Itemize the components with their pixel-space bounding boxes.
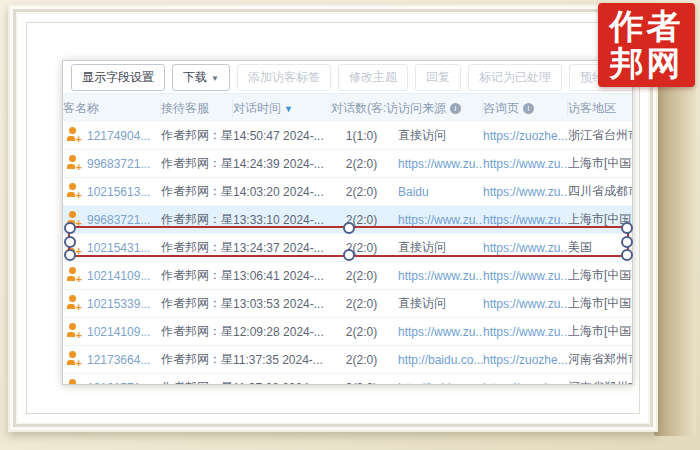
table-row[interactable]: 13101571...作者邦网：星阁11:37:29 2024-...3(3:0…	[63, 374, 632, 385]
table-row[interactable]: 10215339...作者邦网：星阁13:03:53 2024-...2(2:0…	[63, 290, 632, 318]
person-add-icon[interactable]	[66, 154, 82, 170]
cell-agent: 作者邦网：星阁	[161, 127, 233, 144]
cell-visitor-id[interactable]: 10215339...	[87, 297, 161, 311]
person-body-shape	[67, 136, 75, 141]
avatar-cell	[63, 182, 87, 201]
cell-page-link[interactable]: https://zuozhe...	[483, 381, 568, 386]
cell-page-link[interactable]: https://zuozhe...	[483, 129, 568, 143]
cell-source: 直接访问	[398, 127, 483, 144]
table-row[interactable]: 10214109...作者邦网：星阁12:09:28 2024-...2(2:0…	[63, 318, 632, 346]
cell-agent: 作者邦网：星阁	[161, 267, 233, 284]
toolbar-button-标记为已处理[interactable]: 标记为已处理	[468, 64, 562, 91]
person-body-shape	[67, 332, 75, 337]
avatar-cell	[63, 154, 87, 173]
cell-count: 2(2:0)	[331, 157, 398, 171]
person-add-icon[interactable]	[66, 378, 82, 385]
cell-visitor-id[interactable]: 12174904...	[87, 129, 161, 143]
toolbar-button-显示字段设置[interactable]: 显示字段设置	[71, 64, 165, 91]
toolbar: 显示字段设置下载▼添加访客标签修改主题回复标记为已处理预约回访删除	[63, 61, 632, 94]
person-add-icon[interactable]	[66, 350, 82, 366]
table-row[interactable]: 12173664...作者邦网：星阁11:37:35 2024-...2(2:0…	[63, 346, 632, 374]
cell-source[interactable]: http://baidu.co...	[398, 381, 483, 386]
person-body-shape	[67, 276, 75, 281]
cell-time: 12:09:28 2024-...	[233, 325, 331, 339]
cell-region: 上海市[中国电信	[568, 267, 632, 284]
table-header-row: 访客名称接待客服对话时间▼对话数(客:访)访问来源i咨询页i访客地区	[63, 94, 632, 122]
table-row[interactable]: 12174904...作者邦网：星阁14:50:47 2024-...1(1:0…	[63, 122, 632, 150]
cell-visitor-id[interactable]: 10214109...	[87, 325, 161, 339]
cell-region: 河南省郑州市[中国	[568, 351, 632, 368]
annotation-resize-handle[interactable]	[64, 249, 76, 261]
toolbar-button-修改主题[interactable]: 修改主题	[338, 64, 408, 91]
cell-page-link[interactable]: https://www.zu...	[483, 185, 568, 199]
table-row[interactable]: 99683721...作者邦网：星阁14:24:39 2024-...2(2:0…	[63, 150, 632, 178]
cell-count: 2(2:0)	[331, 353, 398, 367]
cell-visitor-id[interactable]: 10215613...	[87, 185, 161, 199]
cell-agent: 作者邦网：星阁	[161, 295, 233, 312]
cell-agent: 作者邦网：星阁	[161, 323, 233, 340]
cell-page-link[interactable]: https://www.zu...	[483, 157, 568, 171]
person-add-icon[interactable]	[66, 322, 82, 338]
cell-count: 1(1:0)	[331, 129, 398, 143]
logo-line-1: 作者	[610, 8, 684, 45]
logo-line-2: 邦网	[610, 45, 684, 82]
column-header-page: 咨询页i	[483, 99, 568, 117]
table-row[interactable]: 10214109...作者邦网：星阁13:06:41 2024-...2(2:0…	[63, 262, 632, 290]
cell-count: 2(2:0)	[331, 297, 398, 311]
avatar-cell	[63, 126, 87, 145]
cell-source[interactable]: http://baidu.co...	[398, 353, 483, 367]
cell-visitor-id[interactable]: 99683721...	[87, 213, 161, 227]
annotation-resize-handle[interactable]	[64, 222, 76, 234]
avatar-cell	[63, 322, 87, 341]
person-add-icon[interactable]	[66, 294, 82, 310]
cell-page-link[interactable]: https://www.zu...	[483, 325, 568, 339]
cell-source[interactable]: Baidu	[398, 185, 483, 199]
cell-source[interactable]: https://www.zu...	[398, 213, 483, 227]
annotation-resize-handle[interactable]	[343, 222, 355, 234]
column-header-agent: 接待客服	[161, 99, 233, 117]
column-header-visitor-name: 访客名称	[63, 99, 161, 117]
column-header-region: 访客地区	[568, 99, 632, 117]
table-row[interactable]: 10215613...作者邦网：星阁14:03:20 2024-...2(2:0…	[63, 178, 632, 206]
avatar-cell	[63, 350, 87, 369]
person-add-icon[interactable]	[66, 126, 82, 142]
cell-time: 14:03:20 2024-...	[233, 185, 331, 199]
toolbar-button-下载[interactable]: 下载▼	[172, 64, 230, 91]
cell-visitor-id[interactable]: 99683721...	[87, 157, 161, 171]
cell-agent: 作者邦网：星阁	[161, 379, 233, 385]
column-header-time-sortable[interactable]: 对话时间▼	[233, 99, 331, 117]
annotation-resize-handle[interactable]	[621, 236, 633, 248]
cell-source[interactable]: https://www.zu...	[398, 157, 483, 171]
info-icon[interactable]: i	[450, 103, 461, 114]
info-icon[interactable]: i	[523, 103, 534, 114]
toolbar-button-添加访客标签[interactable]: 添加访客标签	[237, 64, 331, 91]
column-header-count: 对话数(客:访)	[331, 99, 398, 117]
cell-visitor-id[interactable]: 12173664...	[87, 353, 161, 367]
cell-visitor-id[interactable]: 13101571...	[87, 381, 161, 386]
cell-region: 上海市[中国电信	[568, 295, 632, 312]
avatar-cell	[63, 378, 87, 385]
cell-region: 上海市[中国电信	[568, 155, 632, 172]
avatar-cell	[63, 266, 87, 285]
cell-page-link[interactable]: https://www.zu...	[483, 269, 568, 283]
cell-page-link[interactable]: https://zuozhe...	[483, 353, 568, 367]
person-add-icon[interactable]	[66, 266, 82, 282]
annotation-resize-handle[interactable]	[64, 236, 76, 248]
cell-source: 直接访问	[398, 295, 483, 312]
cell-visitor-id[interactable]: 10214109...	[87, 269, 161, 283]
toolbar-button-回复[interactable]: 回复	[415, 64, 461, 91]
annotation-resize-handle[interactable]	[343, 249, 355, 261]
cell-region: 河南省郑州市[中国	[568, 379, 632, 385]
cell-source[interactable]: https://www.zu...	[398, 325, 483, 339]
sort-desc-icon[interactable]: ▼	[284, 104, 293, 114]
person-add-icon[interactable]	[66, 182, 82, 198]
cell-source[interactable]: https://www.zu...	[398, 269, 483, 283]
annotation-resize-handle[interactable]	[621, 222, 633, 234]
annotation-resize-handle[interactable]	[621, 249, 633, 261]
cell-page-link[interactable]: https://www.zu...	[483, 297, 568, 311]
annotation-selection-rect[interactable]	[68, 226, 629, 257]
cell-time: 13:33:10 2024-...	[233, 213, 331, 227]
cell-count: 3(3:0)	[331, 381, 398, 386]
cell-page-link[interactable]: https://www.zu...	[483, 213, 568, 227]
column-header-source: 访问来源i	[398, 99, 483, 117]
